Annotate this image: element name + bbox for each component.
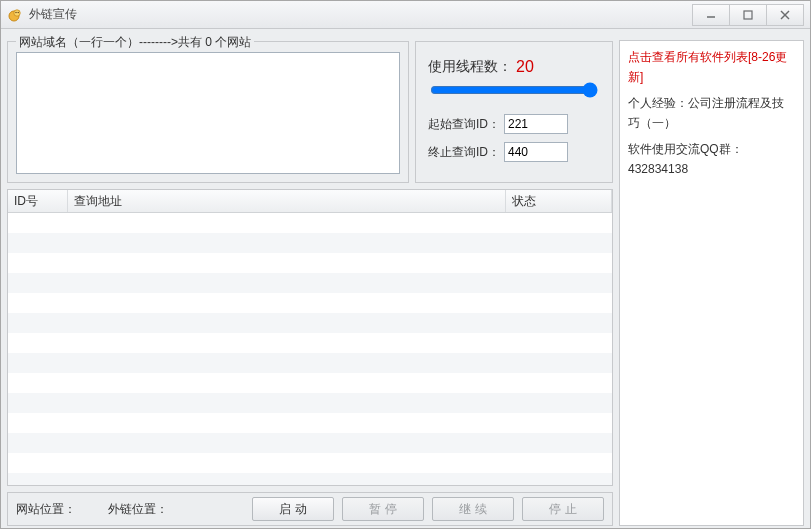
col-header-id[interactable]: ID号 [8, 190, 68, 212]
table-body[interactable] [8, 213, 612, 485]
svg-point-2 [15, 11, 16, 12]
stop-button[interactable]: 停止 [522, 497, 604, 521]
link-pos-label: 外链位置： [108, 501, 168, 518]
threads-label: 使用线程数： [428, 58, 512, 76]
end-id-input[interactable] [504, 142, 568, 162]
start-id-input[interactable] [504, 114, 568, 134]
sidebar-qq-number: 432834138 [628, 162, 688, 176]
threads-slider[interactable] [430, 82, 598, 98]
end-id-label: 终止查询ID： [428, 144, 500, 161]
svg-point-3 [18, 11, 19, 12]
left-pane: 网站域名（一行一个）-------->共有 0 个网站 使用线程数： 20 起始… [7, 41, 613, 526]
pause-button[interactable]: 暂停 [342, 497, 424, 521]
app-window: 外链宣传 网站域名（一行一个）-------->共有 0 个网 [0, 0, 811, 529]
table-header: ID号 查询地址 状态 [8, 190, 612, 213]
close-button[interactable] [766, 4, 804, 26]
window-buttons [693, 4, 804, 26]
sidebar-qq-line: 软件使用交流QQ群：432834138 [628, 139, 795, 179]
svg-rect-5 [744, 11, 752, 19]
sidebar-link-all-software[interactable]: 点击查看所有软件列表[8-26更新] [628, 47, 795, 87]
col-header-url[interactable]: 查询地址 [68, 190, 506, 212]
app-icon [7, 7, 23, 23]
domains-legend: 网站域名（一行一个）-------->共有 0 个网站 [16, 34, 254, 51]
start-button[interactable]: 启动 [252, 497, 334, 521]
col-header-status[interactable]: 状态 [506, 190, 612, 212]
minimize-button[interactable] [692, 4, 730, 26]
domains-textarea[interactable] [16, 52, 400, 174]
sidebar-pane: 点击查看所有软件列表[8-26更新] 个人经验：公司注册流程及技巧（一） 软件使… [619, 41, 804, 526]
resume-button[interactable]: 继续 [432, 497, 514, 521]
site-pos-label: 网站位置： [16, 501, 76, 518]
svg-point-1 [14, 9, 20, 15]
titlebar: 外链宣传 [1, 1, 810, 29]
start-id-label: 起始查询ID： [428, 116, 500, 133]
window-title: 外链宣传 [29, 6, 693, 23]
bottom-bar: 网站位置： 外链位置： 启动 暂停 继续 停止 [7, 492, 613, 526]
results-table: ID号 查询地址 状态 [7, 189, 613, 486]
maximize-button[interactable] [729, 4, 767, 26]
sidebar-article-link[interactable]: 个人经验：公司注册流程及技巧（一） [628, 93, 795, 133]
sidebar-qq-label: 软件使用交流QQ群： [628, 142, 743, 156]
threads-groupbox: 使用线程数： 20 起始查询ID： 终止查询ID： [415, 41, 613, 183]
domains-groupbox: 网站域名（一行一个）-------->共有 0 个网站 [7, 41, 409, 183]
threads-value: 20 [516, 58, 534, 76]
